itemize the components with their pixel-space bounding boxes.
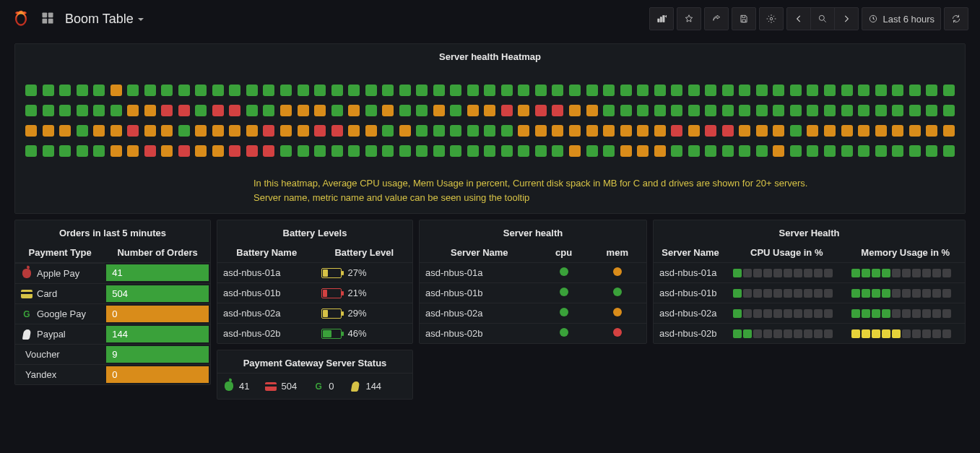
heatmap-cell[interactable] — [790, 145, 802, 157]
heatmap-cell[interactable] — [161, 85, 173, 96]
heatmap-cell[interactable] — [603, 125, 615, 137]
heatmap-cell[interactable] — [484, 145, 495, 157]
heatmap-cell[interactable] — [926, 85, 937, 96]
heatmap-cell[interactable] — [858, 125, 870, 137]
heatmap-cell[interactable] — [25, 105, 37, 116]
heatmap-cell[interactable] — [246, 125, 258, 137]
heatmap-cell[interactable] — [926, 105, 937, 116]
heatmap-cell[interactable] — [450, 105, 461, 116]
heatmap-cell[interactable] — [943, 105, 955, 116]
heatmap-cell[interactable] — [620, 145, 632, 157]
heatmap-cell[interactable] — [280, 105, 292, 116]
heatmap-cell[interactable] — [518, 145, 529, 157]
heatmap-cell[interactable] — [688, 85, 700, 96]
heatmap-cell[interactable] — [450, 125, 461, 137]
heatmap-cell[interactable] — [552, 145, 563, 157]
heatmap-cell[interactable] — [25, 85, 37, 96]
heatmap-cell[interactable] — [43, 105, 54, 116]
heatmap-cell[interactable] — [790, 105, 802, 116]
heatmap-cell[interactable] — [298, 145, 309, 157]
dashboards-icon[interactable] — [40, 11, 55, 27]
heatmap-cell[interactable] — [433, 85, 445, 96]
heatmap-cell[interactable] — [841, 125, 853, 137]
heatmap-cell[interactable] — [263, 145, 274, 157]
heatmap-cell[interactable] — [144, 145, 156, 157]
heatmap-cell[interactable] — [501, 85, 513, 96]
heatmap-cell[interactable] — [365, 105, 377, 116]
heatmap-cell[interactable] — [93, 125, 105, 137]
heatmap-cell[interactable] — [93, 85, 105, 96]
heatmap-cell[interactable] — [331, 85, 343, 96]
heatmap-cell[interactable] — [926, 125, 937, 137]
heatmap-cell[interactable] — [450, 85, 461, 96]
heatmap-cell[interactable] — [348, 105, 360, 116]
heatmap-cell[interactable] — [688, 145, 700, 157]
heatmap-cell[interactable] — [654, 105, 666, 116]
heatmap-cell[interactable] — [654, 145, 666, 157]
heatmap-cell[interactable] — [433, 125, 445, 137]
heatmap-cell[interactable] — [824, 105, 836, 116]
heatmap-cell[interactable] — [144, 85, 156, 96]
heatmap-cell[interactable] — [739, 85, 750, 96]
heatmap-cell[interactable] — [875, 145, 887, 157]
heatmap-cell[interactable] — [654, 85, 666, 96]
heatmap-cell[interactable] — [280, 125, 292, 137]
heatmap-cell[interactable] — [722, 105, 734, 116]
heatmap-cell[interactable] — [756, 125, 768, 137]
heatmap-cell[interactable] — [501, 125, 513, 137]
heatmap-cell[interactable] — [43, 125, 54, 137]
heatmap-cell[interactable] — [671, 145, 682, 157]
heatmap-cell[interactable] — [722, 145, 734, 157]
heatmap-cell[interactable] — [280, 85, 292, 96]
heatmap-cell[interactable] — [790, 125, 802, 137]
heatmap-cell[interactable] — [654, 125, 666, 137]
heatmap-cell[interactable] — [433, 145, 445, 157]
heatmap-cell[interactable] — [229, 125, 240, 137]
heatmap-cell[interactable] — [246, 85, 258, 96]
heatmap-cell[interactable] — [620, 125, 632, 137]
heatmap-cell[interactable] — [773, 105, 784, 116]
heatmap-cell[interactable] — [195, 105, 207, 116]
heatmap-cell[interactable] — [127, 85, 139, 96]
heatmap-cell[interactable] — [909, 125, 921, 137]
heatmap-cell[interactable] — [348, 145, 360, 157]
heatmap-cell[interactable] — [467, 105, 479, 116]
time-forward-button[interactable] — [834, 7, 859, 30]
heatmap-cell[interactable] — [365, 125, 377, 137]
share-button[interactable] — [704, 7, 729, 30]
heatmap-cell[interactable] — [212, 125, 224, 137]
heatmap-cell[interactable] — [841, 85, 853, 96]
heatmap-cell[interactable] — [858, 105, 870, 116]
heatmap-cell[interactable] — [77, 105, 88, 116]
heatmap-cell[interactable] — [298, 125, 309, 137]
heatmap-cell[interactable] — [739, 105, 750, 116]
heatmap-cell[interactable] — [416, 125, 428, 137]
heatmap-cell[interactable] — [280, 145, 292, 157]
heatmap-cell[interactable] — [365, 145, 377, 157]
heatmap-cell[interactable] — [705, 145, 716, 157]
zoom-out-button[interactable] — [810, 7, 835, 30]
heatmap-cell[interactable] — [382, 145, 394, 157]
heatmap-cell[interactable] — [705, 125, 716, 137]
heatmap-cell[interactable] — [331, 105, 343, 116]
heatmap-cell[interactable] — [909, 105, 921, 116]
heatmap-cell[interactable] — [246, 105, 258, 116]
heatmap-cell[interactable] — [77, 145, 88, 157]
heatmap-cell[interactable] — [824, 85, 836, 96]
heatmap-cell[interactable] — [518, 125, 529, 137]
settings-button[interactable] — [759, 7, 784, 30]
heatmap-cell[interactable] — [637, 105, 649, 116]
heatmap-cell[interactable] — [756, 145, 768, 157]
heatmap-cell[interactable] — [144, 125, 156, 137]
heatmap-cell[interactable] — [59, 85, 71, 96]
heatmap-cell[interactable] — [773, 145, 784, 157]
heatmap-cell[interactable] — [178, 85, 190, 96]
heatmap-cell[interactable] — [484, 125, 495, 137]
heatmap-cell[interactable] — [195, 85, 207, 96]
heatmap-cell[interactable] — [603, 145, 615, 157]
heatmap-cell[interactable] — [518, 105, 529, 116]
heatmap-cell[interactable] — [807, 85, 818, 96]
heatmap-cell[interactable] — [93, 145, 105, 157]
heatmap-cell[interactable] — [773, 85, 784, 96]
heatmap-cell[interactable] — [943, 125, 955, 137]
